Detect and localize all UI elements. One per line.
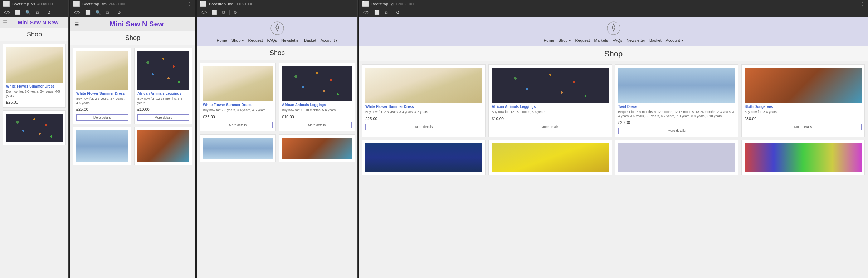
lg-nav-link-shop[interactable]: Shop ▾ — [559, 38, 571, 43]
sm-product-card-1: White Flower Summer Dress Buy now for: 2… — [73, 48, 131, 124]
lg-product-card-2: African Animals Leggings Buy now for: 12… — [488, 64, 612, 137]
sm-more-details-2[interactable]: More details — [137, 114, 189, 121]
nav-logo: V — [269, 21, 286, 36]
md-refresh-icon[interactable]: ↺ — [233, 10, 238, 15]
inspect-icon[interactable]: 🔍 — [24, 10, 32, 15]
sm-product-price-1: £25.00 — [76, 107, 128, 111]
lg-nav-link-markets[interactable]: Markets — [594, 38, 608, 43]
lg-more-details-3[interactable]: More details — [618, 128, 735, 134]
lg-product-name-2[interactable]: African Animals Leggings — [492, 105, 609, 109]
lg-shop-container[interactable]: White Flower Summer Dress Buy now for: 2… — [359, 61, 868, 278]
lg-product-img-8 — [745, 143, 862, 172]
panel-lg-title-group: ⬜ Bootstrap_lg 1200×1000 — [362, 0, 415, 7]
site-md-frame: V Home Shop ▾ Request FAQs Newsletter Ba… — [197, 17, 357, 278]
panel-sm-title-group: ⬜ Bootstrap_sm 766×1000 — [73, 0, 126, 7]
lg-nav-link-newsletter[interactable]: Newsletter — [626, 38, 645, 43]
sm-code-icon[interactable]: </> — [73, 10, 81, 15]
lg-device-icon2[interactable]: ⬜ — [373, 10, 381, 15]
xs-product-name-1[interactable]: White Flower Summer Dress — [6, 84, 63, 88]
panel-lg-menu-icon[interactable]: ⋮ — [860, 1, 865, 7]
nav-link-home[interactable]: Home — [216, 38, 227, 43]
lg-product-name-1[interactable]: White Flower Summer Dress — [365, 105, 482, 109]
lg-nav-link-account[interactable]: Account ▾ — [666, 38, 683, 43]
md-shop-container[interactable]: White Flower Summer Dress Buy now for: 2… — [197, 60, 357, 278]
sm-shop-grid: White Flower Summer Dress Buy now for: 2… — [73, 48, 192, 165]
lg-product-desc-3: Request for: 6-9 months, 9-12 months, 12… — [618, 110, 735, 118]
lg-nav-link-request[interactable]: Request — [575, 38, 590, 43]
nav-link-basket[interactable]: Basket — [304, 38, 316, 43]
nav-xs: ☰ Mini Sew N Sew — [0, 17, 68, 28]
lg-product-img-5 — [365, 143, 482, 172]
md-more-details-2[interactable]: More details — [282, 122, 352, 128]
toolbar-divider — [43, 10, 43, 15]
lg-product-img-1 — [365, 68, 482, 103]
lg-product-card-6 — [488, 140, 612, 175]
lg-refresh-icon[interactable]: ↺ — [395, 10, 401, 15]
sm-more-details-1[interactable]: More details — [76, 114, 128, 121]
md-product-price-2: £10.00 — [282, 115, 352, 119]
nav-link-request[interactable]: Request — [248, 38, 263, 43]
lg-code-icon[interactable]: </> — [362, 10, 370, 15]
panel-md-title: Bootstrap_md — [209, 2, 233, 6]
sm-device-icon[interactable]: ⬜ — [84, 10, 92, 15]
lg-product-name-4[interactable]: Sloth Dungarees — [745, 105, 862, 109]
lg-newtab-icon[interactable]: ⧉ — [384, 10, 389, 15]
md-product-card-1: White Flower Summer Dress Buy now for: 2… — [200, 63, 276, 131]
nav-link-newsletter[interactable]: Newsletter — [281, 38, 300, 43]
nav-lg-links: Home Shop ▾ Request Markets FAQs Newslet… — [364, 37, 863, 44]
lg-product-card-8 — [741, 140, 865, 175]
newtab-icon[interactable]: ⧉ — [35, 10, 40, 15]
hamburger-icon[interactable]: ☰ — [3, 20, 8, 25]
panel-sm-menu-icon[interactable]: ⋮ — [187, 1, 192, 7]
panel-md-viewport: V Home Shop ▾ Request FAQs Newsletter Ba… — [197, 17, 357, 278]
lg-product-img-7 — [618, 143, 735, 172]
nav-link-account[interactable]: Account ▾ — [321, 38, 338, 43]
xs-shop-container[interactable]: White Flower Summer Dress Buy now for: 2… — [0, 41, 68, 278]
panel-sm-viewport: ☰ Mini Sew N Sew Shop White Flower Summe… — [70, 17, 195, 278]
sm-newtab-icon[interactable]: ⧉ — [105, 10, 110, 15]
lg-product-price-4: £30.00 — [745, 116, 862, 121]
refresh-icon[interactable]: ↺ — [46, 10, 52, 15]
device-rotate-icon[interactable]: ⬜ — [14, 10, 21, 15]
lg-nav-link-home[interactable]: Home — [543, 38, 554, 43]
sm-hamburger-icon[interactable]: ☰ — [74, 21, 79, 27]
lg-product-name-3[interactable]: Twirl Dress — [618, 105, 735, 109]
xs-page-title-section: Shop — [0, 28, 68, 41]
md-product-card-3 — [200, 134, 276, 162]
panel-md-dimensions: 990×1000 — [235, 2, 253, 6]
lg-more-details-1[interactable]: More details — [365, 124, 482, 130]
lg-nav-link-faqs[interactable]: FAQs — [613, 38, 623, 43]
lg-page-title-section: Shop — [359, 46, 868, 61]
sm-product-card-2: African Animals Leggings Buy now for: 12… — [134, 48, 192, 124]
md-product-name-1[interactable]: White Flower Summer Dress — [203, 103, 273, 107]
panel-md: ⬜ Bootstrap_md 990×1000 ⋮ </> ⬜ ⧉ ↺ V — [197, 0, 358, 278]
sm-inspect-icon[interactable]: 🔍 — [94, 10, 102, 15]
md-newtab-icon[interactable]: ⧉ — [221, 10, 226, 15]
xs-product-price-1: £25.00 — [6, 100, 63, 104]
panel-md-menu-icon[interactable]: ⋮ — [350, 1, 355, 7]
md-code-icon[interactable]: </> — [200, 10, 208, 15]
xs-product-img-2 — [6, 114, 63, 142]
md-more-details-1[interactable]: More details — [203, 122, 273, 128]
site-lg-frame: V Home Shop ▾ Request Markets FAQs Newsl… — [359, 17, 868, 278]
sm-refresh-icon[interactable]: ↺ — [116, 10, 122, 15]
sm-shop-container[interactable]: White Flower Summer Dress Buy now for: 2… — [70, 45, 195, 278]
md-product-card-2: African Animals Leggings Buy now for: 12… — [279, 63, 355, 131]
lg-more-details-2[interactable]: More details — [492, 124, 609, 130]
lg-product-img-2 — [492, 68, 609, 103]
md-device-icon2[interactable]: ⬜ — [211, 10, 218, 15]
code-icon[interactable]: </> — [3, 10, 11, 15]
panel-lg-viewport: V Home Shop ▾ Request Markets FAQs Newsl… — [359, 17, 868, 278]
nav-link-faqs[interactable]: FAQs — [267, 38, 277, 43]
sm-product-name-2[interactable]: African Animals Leggings — [137, 91, 189, 95]
panel-xs-title: Bootstrap_xs — [12, 2, 35, 6]
lg-toolbar-divider — [392, 10, 392, 15]
lg-product-card-4: Sloth Dungarees Buy now for: 3-4 years £… — [741, 64, 865, 137]
sm-product-name-1[interactable]: White Flower Summer Dress — [76, 91, 128, 95]
sm-page-title: Shop — [73, 34, 192, 42]
md-product-name-2[interactable]: African Animals Leggings — [282, 103, 352, 107]
lg-nav-link-basket[interactable]: Basket — [649, 38, 662, 43]
lg-more-details-4[interactable]: More details — [745, 124, 862, 130]
nav-link-shop[interactable]: Shop ▾ — [231, 38, 244, 43]
panel-xs-menu-icon[interactable]: ⋮ — [60, 1, 65, 7]
